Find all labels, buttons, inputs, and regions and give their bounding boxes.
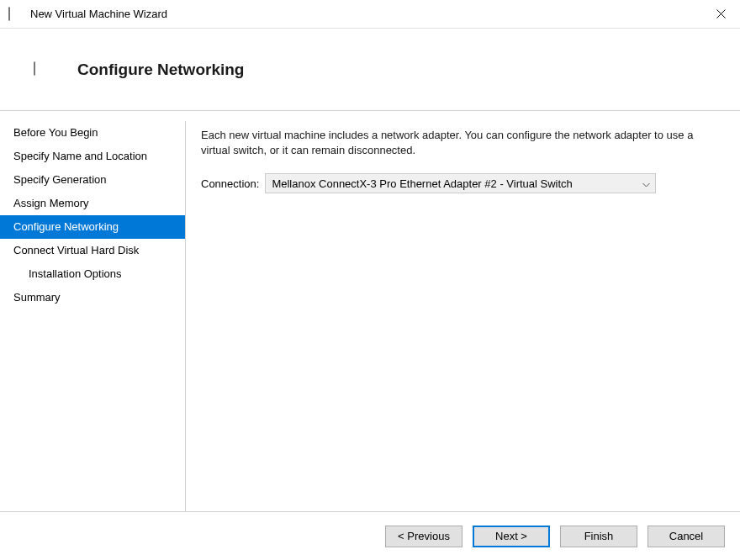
connection-row: Connection: Mellanox ConnectX-3 Pro Ethe… <box>201 173 725 193</box>
connection-label: Connection: <box>201 177 259 190</box>
wizard-footer: < Previous Next > Finish Cancel <box>0 511 740 560</box>
close-icon <box>716 9 726 18</box>
sidebar-item-label: Configure Networking <box>13 220 119 233</box>
sidebar-item[interactable]: Summary <box>0 286 185 309</box>
sidebar-item[interactable]: Assign Memory <box>0 192 185 215</box>
next-button[interactable]: Next > <box>473 526 550 547</box>
wizard-steps-sidebar: Before You BeginSpecify Name and Locatio… <box>0 121 186 511</box>
wizard-window: New Virtual Machine Wizard Configure Net… <box>0 0 740 560</box>
sidebar-item[interactable]: Connect Virtual Hard Disk <box>0 239 185 262</box>
step-description: Each new virtual machine includes a netw… <box>201 128 725 158</box>
app-icon <box>8 8 24 20</box>
window-title: New Virtual Machine Wizard <box>30 8 167 20</box>
sidebar-item-label: Before You Begin <box>13 126 98 139</box>
sidebar-item-label: Installation Options <box>29 267 122 280</box>
chevron-down-icon <box>642 177 650 190</box>
sidebar-item-label: Specify Generation <box>13 173 107 186</box>
wizard-body: Before You BeginSpecify Name and Locatio… <box>0 111 740 511</box>
sidebar-item-label: Specify Name and Location <box>13 150 147 162</box>
sidebar-item[interactable]: Before You Begin <box>0 121 185 145</box>
finish-button[interactable]: Finish <box>560 526 637 547</box>
sidebar-item-label: Connect Virtual Hard Disk <box>13 244 139 256</box>
sidebar-item[interactable]: Installation Options <box>0 262 185 286</box>
sidebar-item-label: Assign Memory <box>13 197 89 209</box>
titlebar-left: New Virtual Machine Wizard <box>8 8 167 20</box>
connection-select[interactable]: Mellanox ConnectX-3 Pro Ethernet Adapter… <box>265 173 656 193</box>
wizard-content: Each new virtual machine includes a netw… <box>186 121 740 511</box>
previous-button[interactable]: < Previous <box>385 526 462 547</box>
page-title: Configure Networking <box>77 61 244 79</box>
cancel-button[interactable]: Cancel <box>648 526 725 547</box>
sidebar-item[interactable]: Configure Networking <box>0 215 185 239</box>
sidebar-item[interactable]: Specify Generation <box>0 168 185 192</box>
connection-value: Mellanox ConnectX-3 Pro Ethernet Adapter… <box>272 177 572 190</box>
titlebar: New Virtual Machine Wizard <box>0 0 740 29</box>
close-button[interactable] <box>701 0 740 29</box>
header-icon <box>34 62 52 77</box>
sidebar-item[interactable]: Specify Name and Location <box>0 145 185 168</box>
sidebar-item-label: Summary <box>13 291 61 304</box>
wizard-header: Configure Networking <box>0 29 740 111</box>
